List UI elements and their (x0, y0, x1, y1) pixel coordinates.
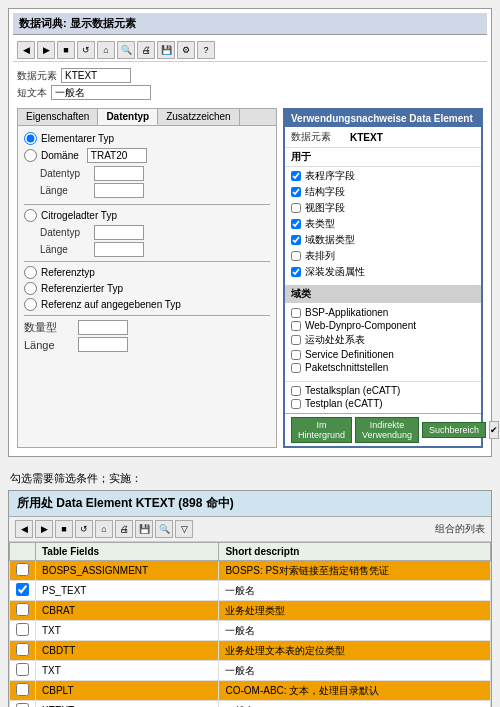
domain-value-input[interactable] (87, 148, 147, 163)
cb-label-4: 域数据类型 (305, 233, 355, 247)
row-desc: 一般名 (219, 701, 491, 708)
quantity-input[interactable] (78, 320, 128, 335)
bt-save-btn[interactable]: 💾 (135, 520, 153, 538)
row-checkbox-cell (10, 661, 36, 681)
cb-input-6[interactable] (291, 267, 301, 277)
row-checkbox[interactable] (16, 603, 29, 616)
bt-print-btn[interactable]: 🖨 (115, 520, 133, 538)
toolbar-save-btn[interactable]: 💾 (157, 41, 175, 59)
toolbar-help-btn[interactable]: ? (197, 41, 215, 59)
toolbar-stop-btn[interactable]: ■ (57, 41, 75, 59)
laenge2-input[interactable] (78, 337, 128, 352)
ok-btn[interactable]: ✔ (489, 421, 499, 439)
tab-datentyp[interactable]: Datentyp (98, 109, 158, 125)
toolbar-settings-btn[interactable]: ⚙ (177, 41, 195, 59)
laenge-input[interactable] (94, 183, 144, 198)
data-element-input[interactable] (61, 68, 131, 83)
toolbar-refresh-btn[interactable]: ↺ (77, 41, 95, 59)
cb-input-4[interactable] (291, 235, 301, 245)
row-checkbox[interactable] (16, 643, 29, 656)
cb-webdynpro-input[interactable] (291, 321, 301, 331)
tabs-bar: Eigenschaften Datentyp Zusatzzeichen (18, 109, 276, 126)
checkboxes-bottom: BSP-Applikationen Web-Dynpro-Component 运… (285, 305, 481, 377)
row-desc: 业务处理类型 (219, 601, 491, 621)
bt-refresh-btn[interactable]: ↺ (75, 520, 93, 538)
datentyp-input[interactable] (94, 166, 144, 181)
toolbar-back-btn[interactable]: ◀ (17, 41, 35, 59)
indirekte-btn[interactable]: Indirekte Verwendung (355, 417, 419, 443)
cb-motion-label: 运动处处系表 (305, 333, 365, 347)
cb-service-input[interactable] (291, 350, 301, 360)
table-row: KTEXT一般名 (10, 701, 491, 708)
cb-item-4: 域数据类型 (291, 233, 475, 247)
radio-referenzierter-input[interactable] (24, 282, 37, 295)
toolbar-search-btn[interactable]: 🔍 (117, 41, 135, 59)
col-table-fields: Table Fields (36, 543, 219, 561)
short-text-input[interactable] (51, 85, 151, 100)
cb-item-1: 结构字段 (291, 185, 475, 199)
row-checkbox[interactable] (16, 683, 29, 696)
bt-stop-btn[interactable]: ■ (55, 520, 73, 538)
cb-item-3: 表类型 (291, 217, 475, 231)
cb-motion: 运动处处系表 (291, 333, 475, 347)
radio-referenz-auf-input[interactable] (24, 298, 37, 311)
checkboxes-top: 表程序字段 结构字段 视图字段 表类型 域数据类型 (285, 167, 481, 283)
data-table: Table Fields Short descriptn BOSPS_ASSIG… (9, 542, 491, 707)
cb-input-3[interactable] (291, 219, 301, 229)
citro-datentyp-input[interactable] (94, 225, 144, 240)
cb-input-0[interactable] (291, 171, 301, 181)
tab-eigenschaften[interactable]: Eigenschaften (18, 109, 98, 125)
right-footer: Im Hintergrund Indirekte Verwendung Such… (285, 413, 481, 446)
radio-referenz-input[interactable] (24, 266, 37, 279)
toolbar-forward-btn[interactable]: ▶ (37, 41, 55, 59)
radio-domain: Domäne (24, 148, 270, 163)
bt-back-btn[interactable]: ◀ (15, 520, 33, 538)
cb-input-1[interactable] (291, 187, 301, 197)
cb-testplan-input[interactable] (291, 386, 301, 396)
radio-citro-input[interactable] (24, 209, 37, 222)
row-checkbox[interactable] (16, 663, 29, 676)
cb-testplan-label: Testalksplan (eCATT) (305, 385, 400, 396)
row-field: CBPLT (36, 681, 219, 701)
suchbereich-btn[interactable]: Suchbereich (422, 422, 486, 438)
cb-bsp-input[interactable] (291, 308, 301, 318)
laenge-label: Länge (40, 185, 90, 196)
cb-input-2[interactable] (291, 203, 301, 213)
quantity-row: 数量型 (24, 320, 270, 335)
right-field-value: KTEXT (350, 132, 383, 143)
radio-citro: Citrogeladter Typ (24, 209, 270, 222)
table-row: TXT一般名 (10, 661, 491, 681)
row-checkbox[interactable] (16, 563, 29, 576)
row-checkbox[interactable] (16, 623, 29, 636)
cb-testplan2-input[interactable] (291, 399, 301, 409)
row-field: TXT (36, 661, 219, 681)
cb-paket-input[interactable] (291, 363, 301, 373)
tab-zusatz[interactable]: Zusatzzeichen (158, 109, 239, 125)
bt-forward-btn[interactable]: ▶ (35, 520, 53, 538)
row-field: TXT (36, 621, 219, 641)
row-desc: 业务处理文本表的定位类型 (219, 641, 491, 661)
radio-elementarer-input[interactable] (24, 132, 37, 145)
cb-input-5[interactable] (291, 251, 301, 261)
im-hintergrund-btn[interactable]: Im Hintergrund (291, 417, 352, 443)
citro-laenge-input[interactable] (94, 242, 144, 257)
citro-datentyp-row: Datentyp (40, 225, 270, 240)
toolbar-home-btn[interactable]: ⌂ (97, 41, 115, 59)
row-desc: BOSPS: PS对索链接至指定销售凭证 (219, 561, 491, 581)
bt-home-btn[interactable]: ⌂ (95, 520, 113, 538)
instruction-text: 勾选需要筛选条件；实施： (0, 465, 500, 490)
row-checkbox[interactable] (16, 583, 29, 596)
cb-label-3: 表类型 (305, 217, 335, 231)
bt-filter-btn[interactable]: ▽ (175, 520, 193, 538)
row-checkbox-cell (10, 641, 36, 661)
radio-domain-input[interactable] (24, 149, 37, 162)
data-element-label: 数据元素 (17, 69, 57, 83)
cb-item-6: 深装发函属性 (291, 265, 475, 279)
row-desc: 一般名 (219, 621, 491, 641)
cb-motion-input[interactable] (291, 335, 301, 345)
row-checkbox[interactable] (16, 703, 29, 707)
group-label: 组合的列表 (435, 522, 485, 536)
row-checkbox-cell (10, 681, 36, 701)
toolbar-print-btn[interactable]: 🖨 (137, 41, 155, 59)
bt-search-btn[interactable]: 🔍 (155, 520, 173, 538)
